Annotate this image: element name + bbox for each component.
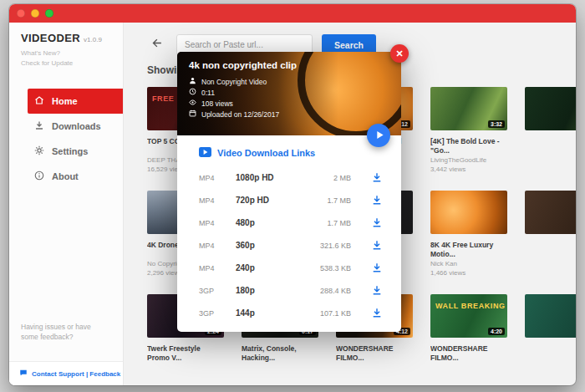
video-card[interactable] (525, 87, 576, 173)
download-icon (372, 238, 382, 253)
size-label: 538.3 KB (304, 264, 366, 272)
download-icon (372, 171, 382, 186)
play-button[interactable] (367, 124, 390, 147)
eye-icon (189, 99, 196, 109)
app-window: VIDEODER v1.0.9 What's New? Check for Up… (9, 4, 576, 385)
download-links-list: MP4 1080p HD 2 MB MP4 720p HD 1.7 MB MP4… (191, 166, 388, 324)
format-label: MP4 (199, 242, 236, 250)
download-link-row: 3GP 180p 288.4 KB (191, 279, 388, 302)
contact-support-label: Contact Support | Feedback (32, 370, 120, 378)
download-link-row: MP4 360p 321.6 KB (191, 234, 388, 257)
video-title: WONDERSHARE FILMO... (430, 344, 507, 363)
video-details-modal: ✕ 4k non copyrighted clip Non Copyright … (177, 52, 401, 332)
window-titlebar[interactable] (9, 4, 576, 23)
download-link-button[interactable] (366, 283, 388, 298)
video-thumbnail[interactable] (430, 191, 507, 234)
arrow-left-icon (151, 37, 164, 53)
format-label: MP4 (199, 196, 236, 205)
download-link-button[interactable] (366, 193, 388, 208)
size-label: 288.4 KB (304, 287, 366, 295)
video-channel: Nick Kan (430, 260, 507, 267)
video-duration-badge: 3:32 (488, 120, 505, 128)
format-label: MP4 (199, 174, 236, 182)
sidebar-item-label: Downloads (52, 121, 101, 131)
format-label: MP4 (199, 219, 236, 227)
download-link-row: 3GP 144p 107.1 KB (191, 302, 388, 324)
download-icon (372, 306, 382, 321)
video-card[interactable] (525, 191, 576, 277)
download-link-button[interactable] (366, 261, 388, 276)
quality-label: 720p HD (236, 196, 304, 205)
sidebar-item-label: Settings (52, 146, 88, 156)
quality-label: 144p (236, 308, 304, 318)
video-title (525, 344, 576, 363)
download-link-button[interactable] (366, 306, 388, 321)
size-label: 2 MB (304, 174, 366, 182)
whats-new-link[interactable]: What's New? (21, 48, 123, 59)
window-zoom-button[interactable] (45, 9, 53, 18)
quality-label: 480p (236, 218, 304, 227)
sidebar-item-label: About (52, 171, 79, 181)
chat-icon (19, 369, 28, 379)
calendar-icon (189, 109, 196, 120)
back-button[interactable] (147, 35, 167, 55)
home-icon (34, 95, 44, 107)
download-link-button[interactable] (366, 216, 388, 231)
quality-label: 1080p HD (236, 173, 304, 182)
video-thumbnail[interactable]: WALL BREAKING 4:20 (430, 294, 507, 338)
check-update-link[interactable]: Check for Update (21, 59, 123, 69)
video-views: 3,442 views (430, 165, 507, 173)
download-link-button[interactable] (366, 238, 388, 253)
sidebar-item-downloads[interactable]: Downloads (9, 114, 123, 139)
download-link-row: MP4 720p HD 1.7 MB (191, 189, 388, 211)
video-download-links-header[interactable]: Video Download Links (199, 147, 388, 159)
sidebar: VIDEODER v1.0.9 What's New? Check for Up… (9, 23, 124, 385)
size-label: 1.7 MB (304, 219, 366, 227)
modal-duration: 0:11 (201, 88, 215, 99)
video-thumbnail[interactable] (525, 191, 576, 234)
video-card[interactable]: 8K 4K Free Luxury Motio... Nick Kan 1,46… (430, 191, 507, 277)
video-duration-badge: 4:20 (488, 328, 505, 335)
video-title: WONDERSHARE FILMO... (336, 344, 413, 363)
video-thumbnail[interactable]: 3:32 (430, 87, 507, 130)
download-link-row: MP4 1080p HD 2 MB (191, 166, 388, 189)
quality-label: 360p (236, 241, 304, 250)
desktop-background: VIDEODER v1.0.9 What's New? Check for Up… (0, 0, 585, 392)
close-icon[interactable]: ✕ (390, 44, 409, 63)
sidebar-nav: Home Downloads Settings (9, 89, 123, 189)
download-link-row: MP4 480p 1.7 MB (191, 211, 388, 234)
video-thumbnail[interactable] (525, 87, 576, 130)
download-link-row: MP4 240p 538.3 KB (191, 257, 388, 279)
video-card[interactable] (525, 294, 576, 365)
modal-video-title: 4k non copyrighted clip (177, 52, 401, 70)
video-title: Matrix, Console, Hacking... (242, 344, 318, 363)
contact-support-link[interactable]: Contact Support | Feedback (9, 361, 123, 385)
video-views: 1,466 views (430, 269, 507, 277)
quality-label: 240p (236, 263, 304, 272)
video-download-links-label: Video Download Links (217, 148, 315, 158)
sidebar-item-settings[interactable]: Settings (9, 139, 123, 164)
info-icon (34, 171, 44, 182)
size-label: 107.1 KB (304, 309, 366, 318)
video-title (525, 137, 576, 155)
download-link-button[interactable] (366, 171, 388, 186)
size-label: 321.6 KB (304, 242, 366, 250)
size-label: 1.7 MB (304, 196, 366, 205)
download-icon (372, 193, 382, 208)
clock-icon (189, 88, 196, 99)
format-label: 3GP (199, 287, 236, 295)
sidebar-item-home[interactable]: Home (28, 89, 123, 114)
modal-header-image: 4k non copyrighted clip Non Copyright Vi… (177, 52, 401, 135)
window-close-button[interactable] (17, 9, 25, 18)
video-thumbnail[interactable] (525, 294, 576, 338)
feedback-prompt: Having issues or have some feedback? (21, 322, 108, 342)
format-label: MP4 (199, 264, 236, 272)
video-card[interactable]: WALL BREAKING 4:20 WONDERSHARE FILMO... (430, 294, 507, 365)
person-icon (189, 77, 196, 88)
video-link-icon (199, 147, 211, 159)
sidebar-item-about[interactable]: About (9, 164, 123, 189)
video-card[interactable]: 3:32 [4K] The Bold Love - "Go... LivingT… (430, 87, 507, 173)
window-minimize-button[interactable] (31, 9, 39, 18)
sidebar-item-label: Home (52, 96, 78, 106)
download-icon (372, 216, 382, 231)
